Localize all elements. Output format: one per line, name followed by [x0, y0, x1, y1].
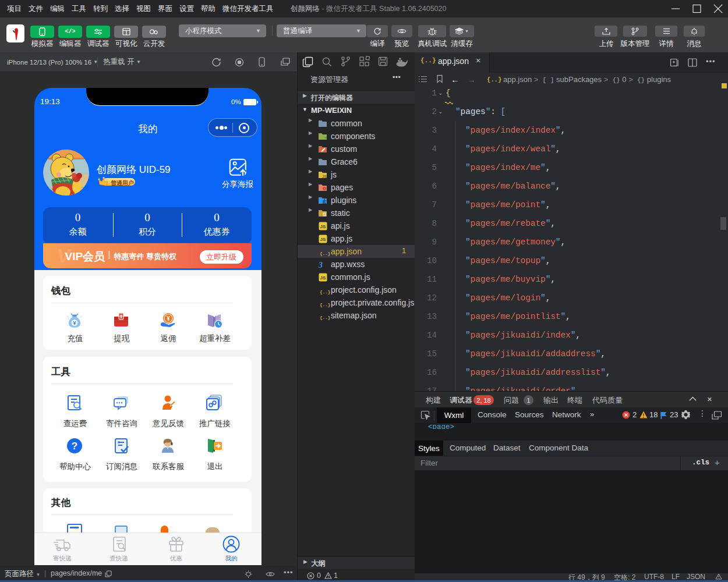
svg-text:JS: JS	[322, 175, 327, 179]
svg-text:¥: ¥	[167, 315, 170, 322]
svg-text:JS: JS	[320, 275, 326, 281]
svg-text:JS: JS	[320, 224, 326, 229]
svg-text:◦: ◦	[324, 187, 325, 190]
svg-text:¥: ¥	[73, 320, 76, 326]
svg-text:?: ?	[72, 441, 77, 452]
svg-text:JS: JS	[320, 237, 326, 242]
